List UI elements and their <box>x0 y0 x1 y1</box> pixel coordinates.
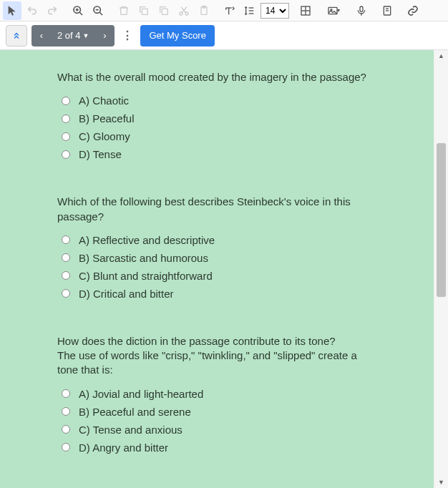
zoom-in-button[interactable] <box>69 1 87 20</box>
question-text: How does the diction in the passage cont… <box>57 334 372 378</box>
collapse-button[interactable] <box>6 25 27 47</box>
option-row[interactable]: A) Reflective and descriptive <box>57 231 398 249</box>
page-navbar: ‹ 2 of 4 ▼ › ⋮ Get My Score <box>0 21 448 50</box>
table-button[interactable] <box>296 1 315 20</box>
option-row[interactable]: C) Tense and anxious <box>57 421 398 439</box>
svg-line-11 <box>182 6 187 12</box>
radio-icon[interactable] <box>62 389 70 398</box>
font-size-select[interactable]: 14 <box>260 3 289 19</box>
vertical-scrollbar[interactable]: ▲ ▼ <box>434 50 448 488</box>
option-label: D) Critical and bitter <box>79 288 174 300</box>
duplicate-button[interactable] <box>135 1 153 20</box>
radio-icon[interactable] <box>62 97 70 105</box>
option-row[interactable]: B) Peaceful <box>57 109 398 127</box>
scroll-down-button[interactable]: ▼ <box>434 477 448 488</box>
option-label: A) Chaotic <box>79 94 129 107</box>
option-label: A) Jovial and light-hearted <box>79 388 203 400</box>
option-row[interactable]: B) Peaceful and serene <box>57 403 398 421</box>
option-row[interactable]: A) Jovial and light-hearted <box>57 385 398 403</box>
option-row[interactable]: D) Angry and bitter <box>57 439 398 457</box>
option-label: D) Tense <box>79 148 122 160</box>
radio-icon[interactable] <box>62 253 70 262</box>
zoom-out-button[interactable] <box>89 1 107 20</box>
option-row[interactable]: A) Chaotic <box>57 92 398 109</box>
cut-button[interactable] <box>175 1 193 20</box>
prev-page-button[interactable]: ‹ <box>31 25 52 47</box>
option-label: C) Gloomy <box>79 130 130 142</box>
question-text: Which of the following best describes St… <box>57 195 372 224</box>
chevron-down-icon: ▼ <box>83 32 89 39</box>
svg-line-1 <box>79 12 82 15</box>
radio-icon[interactable] <box>62 132 70 141</box>
radio-icon[interactable] <box>62 289 70 298</box>
link-button[interactable] <box>404 1 422 20</box>
option-label: C) Blunt and straightforward <box>79 270 213 282</box>
page-area: What is the overall mood created by the … <box>0 50 434 488</box>
option-row[interactable]: D) Tense <box>57 145 398 163</box>
scroll-up-button[interactable]: ▲ <box>434 50 448 62</box>
radio-icon[interactable] <box>62 407 70 416</box>
option-row[interactable]: B) Sarcastic and humorous <box>57 249 398 267</box>
svg-line-5 <box>99 12 102 15</box>
score-button-label: Get My Score <box>149 30 205 41</box>
note-button[interactable] <box>378 1 396 20</box>
paste-button[interactable] <box>195 1 213 20</box>
pointer-tool-button[interactable] <box>3 1 21 20</box>
undo-button[interactable] <box>23 1 42 20</box>
radio-icon[interactable] <box>62 271 70 280</box>
question-block: How does the diction in the passage cont… <box>57 334 398 457</box>
trash-button[interactable] <box>115 1 133 20</box>
main-toolbar: 14 ▾ <box>0 0 448 21</box>
option-label: C) Tense and anxious <box>79 424 182 436</box>
question-text: What is the overall mood created by the … <box>57 70 372 84</box>
svg-line-12 <box>181 6 186 12</box>
option-label: D) Angry and bitter <box>79 441 168 454</box>
microphone-button[interactable] <box>352 1 371 20</box>
svg-rect-7 <box>142 9 147 14</box>
page-indicator-text: 2 of 4 <box>57 30 81 41</box>
option-row[interactable]: D) Critical and bitter <box>57 285 398 303</box>
image-button[interactable]: ▾ <box>322 1 345 20</box>
more-options-button[interactable]: ⋮ <box>119 29 136 42</box>
scroll-thumb[interactable] <box>437 143 446 297</box>
option-label: B) Sarcastic and humorous <box>79 252 208 264</box>
option-row[interactable]: C) Blunt and straightforward <box>57 267 398 285</box>
content-wrap: What is the overall mood created by the … <box>0 50 448 488</box>
copy-button[interactable] <box>155 1 173 20</box>
option-row[interactable]: C) Gloomy <box>57 127 398 145</box>
question-block: What is the overall mood created by the … <box>57 70 398 163</box>
svg-rect-20 <box>360 6 363 11</box>
line-height-button[interactable] <box>240 1 259 20</box>
radio-icon[interactable] <box>62 114 70 123</box>
page-indicator[interactable]: 2 of 4 ▼ <box>52 30 94 41</box>
radio-icon[interactable] <box>62 235 70 244</box>
option-label: B) Peaceful <box>79 112 135 125</box>
svg-rect-8 <box>162 9 167 14</box>
next-page-button[interactable]: › <box>94 25 115 47</box>
redo-button[interactable] <box>43 1 62 20</box>
get-score-button[interactable]: Get My Score <box>140 25 214 47</box>
chevron-down-icon: ▾ <box>337 7 340 14</box>
format-text-button[interactable] <box>220 1 239 20</box>
option-label: B) Peaceful and serene <box>79 406 191 418</box>
option-label: A) Reflective and descriptive <box>79 234 215 246</box>
page-pager: ‹ 2 of 4 ▼ › <box>31 25 115 47</box>
radio-icon[interactable] <box>62 425 70 434</box>
radio-icon[interactable] <box>62 443 70 452</box>
radio-icon[interactable] <box>62 150 70 159</box>
question-block: Which of the following best describes St… <box>57 195 398 303</box>
